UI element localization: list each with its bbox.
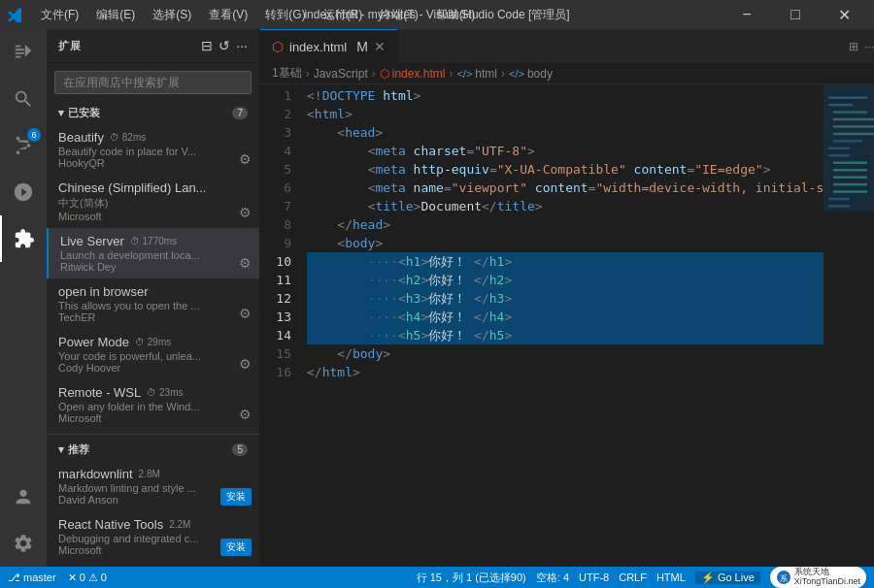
menu-view[interactable]: 查看(V) <box>201 5 255 25</box>
gear-icon[interactable]: ⚙ <box>239 356 252 372</box>
ext-chinese[interactable]: Chinese (Simplified) Lan... 中文(简体) Micro… <box>47 175 259 228</box>
activity-git[interactable]: 6 <box>0 122 47 169</box>
install-markdownlint-button[interactable]: 安装 <box>220 488 252 506</box>
git-badge: 6 <box>27 128 41 142</box>
gear-icon[interactable]: ⚙ <box>239 407 252 422</box>
chevron-down-icon: ▾ <box>58 107 64 119</box>
ext-power-mode[interactable]: Power Mode ⏱ 29ms Your code is powerful,… <box>47 329 259 379</box>
ext-live-server[interactable]: Live Server ⏱ 1770ms Launch a developmen… <box>47 228 259 278</box>
installed-section-header[interactable]: ▾ 已安装 7 <box>47 102 259 124</box>
maximize-button[interactable]: □ <box>773 0 818 29</box>
breadcrumb-2[interactable]: JavaScript <box>314 67 368 81</box>
live-server-status[interactable]: ⚡ Go Live <box>695 572 760 584</box>
html-tag-icon: </> <box>456 68 472 80</box>
watermark-icon: 系 <box>776 570 791 585</box>
encoding-status[interactable]: UTF-8 <box>579 572 609 583</box>
breadcrumb-1[interactable]: 1基础 <box>272 65 302 82</box>
line-num-2: 2 <box>260 105 291 123</box>
spaces-status[interactable]: 空格: 4 <box>536 571 569 585</box>
ext-name: Power Mode ⏱ 29ms <box>58 335 248 349</box>
ext-name: React Native Tools 2.2M <box>58 517 248 532</box>
line-num-1: 1 <box>260 86 291 105</box>
recommended-count: 5 <box>232 443 248 456</box>
ext-desc: Beautify code in place for V... <box>58 146 248 157</box>
ext-name: Live Server ⏱ 1770ms <box>60 234 248 248</box>
time-badge: ⏱ 1770ms <box>130 236 177 246</box>
ext-name: open in browser <box>58 284 248 299</box>
time-badge: ⏱ 23ms <box>147 387 183 398</box>
code-line-5: <meta http-equiv="X-UA-Compatible" conte… <box>307 160 824 179</box>
git-branch-status[interactable]: ⎇ master <box>8 572 56 584</box>
ext-author: Ritwick Dey <box>60 261 248 273</box>
minimap-visual <box>824 84 874 567</box>
extensions-icon <box>14 228 35 249</box>
ext-remote-wsl[interactable]: Remote - WSL ⏱ 23ms Open any folder in t… <box>47 379 259 430</box>
ext-desc: 中文(简体) <box>58 196 248 211</box>
activity-search[interactable] <box>0 76 47 122</box>
line-num-4: 4 <box>260 142 291 160</box>
extension-list: ▾ 已安装 7 Beautify ⏱ 82ms Beautify code in… <box>47 102 259 567</box>
more-actions-icon[interactable]: ··· <box>864 40 874 53</box>
branch-icon: ⎇ <box>8 572 20 584</box>
time-badge: ⏱ 82ms <box>110 132 146 143</box>
ext-author: Cody Hoover <box>58 362 248 374</box>
ext-beautify[interactable]: Beautify ⏱ 82ms Beautify code in place f… <box>47 124 259 175</box>
search-box <box>54 71 252 94</box>
minimize-button[interactable]: − <box>724 0 769 29</box>
tab-close-button[interactable]: ✕ <box>374 39 386 54</box>
debug-icon <box>13 181 34 203</box>
menu-edit[interactable]: 编辑(E) <box>88 5 143 25</box>
gear-icon[interactable]: ⚙ <box>239 205 252 220</box>
language-status[interactable]: HTML <box>656 572 686 583</box>
status-right: 行 15，列 1 (已选择90) 空格: 4 UTF-8 CRLF HTML ⚡… <box>417 567 866 588</box>
chevron-down-icon: ▾ <box>58 443 64 456</box>
tab-modified-indicator: M <box>356 39 368 54</box>
error-count: 0 <box>80 572 85 583</box>
errors-status[interactable]: ✕ 0 ⚠ 0 <box>68 572 107 584</box>
breadcrumb: 1基础 › JavaScript › ⬡ index.html › </> ht… <box>260 63 874 84</box>
explorer-icon <box>13 42 34 63</box>
menu-select[interactable]: 选择(S) <box>145 5 199 25</box>
breadcrumb-3[interactable]: ⬡ index.html <box>380 67 446 81</box>
activity-accounts[interactable] <box>0 474 47 520</box>
gear-icon[interactable]: ⚙ <box>239 306 252 321</box>
code-content[interactable]: <!DOCTYPE html> <html> <head> <meta char… <box>299 84 824 567</box>
tab-index-html[interactable]: ⬡ index.html M ✕ <box>260 29 398 63</box>
gear-icon[interactable]: ⚙ <box>239 151 252 167</box>
ext-markdownlint[interactable]: markdownlint 2.8M Markdown linting and s… <box>47 461 259 511</box>
code-line-7: <title>Document</title> <box>307 197 824 215</box>
line-numbers: 1 2 3 4 5 6 7 8 9 10 11 12 13 14 15 16 <box>260 84 299 567</box>
close-button[interactable]: ✕ <box>822 0 866 29</box>
install-react-native-button[interactable]: 安装 <box>220 539 252 556</box>
tab-bar: ⬡ index.html M ✕ ⊞ ··· <box>260 29 874 63</box>
html-breadcrumb-icon: ⬡ <box>380 67 389 81</box>
line-num-10: 10 <box>260 252 291 271</box>
spaces-label: 空格: 4 <box>536 571 569 585</box>
breadcrumb-5[interactable]: </> body <box>509 67 553 81</box>
gear-icon[interactable]: ⚙ <box>239 255 252 271</box>
split-editor-icon[interactable]: ⊞ <box>849 40 858 53</box>
search-input[interactable] <box>54 71 252 94</box>
ext-open-browser[interactable]: open in browser This allows you to open … <box>47 278 259 329</box>
ext-desc: Debugging and integrated c... <box>58 533 248 544</box>
activity-extensions[interactable] <box>0 215 47 262</box>
ext-author: TechER <box>58 311 248 323</box>
overflow-icon[interactable]: ··· <box>236 38 248 53</box>
eol-status[interactable]: CRLF <box>619 572 647 583</box>
window-controls: − □ ✕ <box>724 0 866 29</box>
line-num-12: 12 <box>260 289 291 308</box>
filter-icon[interactable]: ⊟ <box>201 38 213 53</box>
sidebar-title: 扩展 <box>58 39 81 53</box>
search-icon <box>13 88 34 110</box>
breadcrumb-4[interactable]: </> html <box>456 67 497 81</box>
activity-settings[interactable] <box>0 520 47 567</box>
refresh-icon[interactable]: ↺ <box>218 38 230 53</box>
ext-react-native[interactable]: React Native Tools 2.2M Debugging and in… <box>47 511 259 562</box>
activity-explorer[interactable] <box>0 29 47 76</box>
ext-vscode-database[interactable]: vscode-database <box>47 562 259 567</box>
live-server-label: Go Live <box>718 572 755 583</box>
cursor-position[interactable]: 行 15，列 1 (已选择90) <box>417 571 526 585</box>
menu-file[interactable]: 文件(F) <box>33 5 86 25</box>
activity-debug[interactable] <box>0 169 47 215</box>
recommended-section-header[interactable]: ▾ 推荐 5 <box>47 439 259 461</box>
